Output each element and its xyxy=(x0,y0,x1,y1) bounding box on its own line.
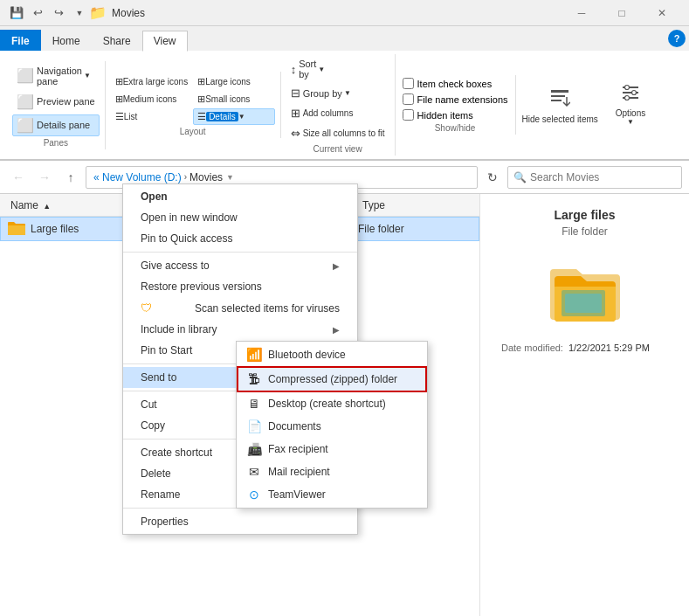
svg-rect-2 xyxy=(551,100,562,101)
submenu-documents[interactable]: 📄 Documents xyxy=(237,415,427,438)
group-by-button[interactable]: ⊟ Group by ▼ xyxy=(286,84,355,102)
layout-label: Layout xyxy=(180,127,206,138)
breadcrumb-folder[interactable]: Movies xyxy=(189,171,223,183)
qat-redo[interactable]: ↪ xyxy=(49,3,68,23)
submenu-desktop[interactable]: 🖥 Desktop (create shortcut) xyxy=(237,392,427,415)
medium-icons-button[interactable]: ⊞ Medium icons xyxy=(111,91,192,107)
sort-by-button[interactable]: ↕ Sortby ▼ xyxy=(286,56,330,82)
ctx-properties[interactable]: Properties xyxy=(123,511,357,532)
quick-access-toolbar[interactable]: 💾 ↩ ↪ ▼ xyxy=(7,3,89,23)
ctx-scan-viruses[interactable]: 🛡 Scan selected items for viruses xyxy=(123,297,357,319)
back-button[interactable]: ← xyxy=(7,166,30,189)
navigation-pane-button[interactable]: ⬜ Navigationpane ▼ xyxy=(12,63,100,89)
breadcrumb-separator: › xyxy=(184,172,187,182)
file-name-extensions-checkbox[interactable] xyxy=(403,93,414,105)
breadcrumb-dropdown-icon[interactable]: ▼ xyxy=(226,173,234,182)
add-columns-label: Add columns xyxy=(303,108,354,118)
tab-file[interactable]: File xyxy=(0,30,41,51)
extra-large-icons-button[interactable]: ⊞ Extra large icons xyxy=(111,73,192,90)
item-check-boxes-toggle[interactable]: Item check boxes xyxy=(401,77,494,90)
submenu-teamviewer[interactable]: ⊙ TeamViewer xyxy=(237,483,427,506)
details-button[interactable]: ☰ Details ▼ xyxy=(193,108,274,125)
current-view-items[interactable]: ↕ Sortby ▼ ⊟ Group by ▼ ⊞ Add columns ⇔ … xyxy=(286,54,389,144)
tab-home[interactable]: Home xyxy=(41,30,92,51)
item-check-boxes-checkbox[interactable] xyxy=(403,78,414,89)
submenu-compressed[interactable]: 🗜 Compressed (zipped) folder xyxy=(237,366,427,392)
close-button[interactable]: ✕ xyxy=(642,0,682,26)
ctx-restore-versions[interactable]: Restore previous versions xyxy=(123,276,357,297)
large-icons-label: Large icons xyxy=(205,77,251,87)
hidden-items-checkbox[interactable] xyxy=(403,109,414,121)
up-button[interactable]: ↑ xyxy=(59,166,82,189)
small-icons-button[interactable]: ⊞ Small icons xyxy=(193,91,274,107)
preview-pane-button[interactable]: ⬜ Preview pane xyxy=(12,91,100,113)
minimize-button[interactable]: ─ xyxy=(562,0,602,26)
hidden-items-toggle[interactable]: Hidden items xyxy=(401,108,475,121)
nav-pane-dropdown-icon[interactable]: ▼ xyxy=(84,72,91,80)
title-bar: 💾 ↩ ↪ ▼ 📁 Movies ─ □ ✕ xyxy=(0,0,689,26)
ctx-open[interactable]: Open xyxy=(123,186,357,207)
sort-by-label: Sortby xyxy=(299,59,316,80)
breadcrumb-drive[interactable]: « New Volume (D:) xyxy=(93,171,182,183)
add-col-icon: ⊞ xyxy=(291,107,300,120)
details-dropdown-icon[interactable]: ▼ xyxy=(238,113,245,121)
refresh-button[interactable]: ↻ xyxy=(481,166,504,189)
submenu-fax[interactable]: 📠 Fax recipient xyxy=(237,438,427,460)
qat-dropdown[interactable]: ▼ xyxy=(70,3,89,23)
ctx-give-access[interactable]: Give access to ▶ xyxy=(123,255,357,276)
medium-icons-icon: ⊞ xyxy=(115,93,123,105)
ctx-open-new-window[interactable]: Open in new window xyxy=(123,207,357,228)
bluetooth-icon: 📶 xyxy=(247,348,261,362)
submenu-bluetooth[interactable]: 📶 Bluetooth device xyxy=(237,343,427,366)
options-dropdown-icon[interactable]: ▼ xyxy=(627,118,634,126)
file-type: File folder xyxy=(358,223,472,235)
desktop-icon: 🖥 xyxy=(247,397,261,411)
documents-icon: 📄 xyxy=(247,419,261,433)
title-folder-icon: 📁 xyxy=(89,4,107,21)
file-name-extensions-toggle[interactable]: File name extensions xyxy=(401,93,510,106)
ribbon-group-options: Options ▼ xyxy=(604,76,657,134)
pane-buttons[interactable]: ⬜ Navigationpane ▼ ⬜ Preview pane ⬜ Deta… xyxy=(12,63,100,136)
sort-dropdown-icon[interactable]: ▼ xyxy=(318,66,325,73)
submenu-mail[interactable]: ✉ Mail recipient xyxy=(237,460,427,483)
large-icons-button[interactable]: ⊞ Large icons xyxy=(193,73,274,90)
col-header-type[interactable]: Type xyxy=(359,199,472,211)
ribbon-tabs[interactable]: File Home Share View ? xyxy=(0,26,689,51)
ctx-sep-1 xyxy=(123,252,357,253)
show-hide-items[interactable]: Item check boxes File name extensions Hi… xyxy=(401,75,510,123)
qat-undo[interactable]: ↩ xyxy=(28,3,47,23)
preview-date-value: 1/22/2021 5:29 PM xyxy=(568,343,650,353)
tab-view[interactable]: View xyxy=(142,31,188,52)
qat-save[interactable]: 💾 xyxy=(7,3,26,23)
ribbon-group-layout: ⊞ Extra large icons ⊞ Large icons ⊞ Medi… xyxy=(106,72,281,138)
options-icon xyxy=(620,82,641,108)
forward-button[interactable]: → xyxy=(33,166,56,189)
help-button[interactable]: ? xyxy=(668,30,686,47)
options-items[interactable]: Options ▼ xyxy=(610,76,651,132)
size-columns-button[interactable]: ⇔ Size all columns to fit xyxy=(286,124,389,142)
panes-items[interactable]: ⬜ Navigationpane ▼ ⬜ Preview pane ⬜ Deta… xyxy=(12,61,100,138)
layout-items[interactable]: ⊞ Extra large icons ⊞ Large icons ⊞ Medi… xyxy=(111,72,275,127)
hide-selected-items-button[interactable]: Hide selected items xyxy=(516,82,604,128)
col-name-label: Name xyxy=(10,199,38,211)
add-columns-button[interactable]: ⊞ Add columns xyxy=(286,104,358,122)
tab-share[interactable]: Share xyxy=(92,30,142,51)
ctx-give-access-arrow: ▶ xyxy=(333,261,340,271)
maximize-button[interactable]: □ xyxy=(602,0,642,26)
details-pane-button[interactable]: ⬜ Details pane xyxy=(12,114,100,136)
ctx-include-library[interactable]: Include in library ▶ xyxy=(123,319,357,340)
group-by-label: Group by xyxy=(303,88,342,99)
hide-selected-label: Hide selected items xyxy=(522,114,598,124)
nav-pane-label: Navigationpane xyxy=(37,66,82,87)
col-type-label: Type xyxy=(362,199,385,211)
group-dropdown-icon[interactable]: ▼ xyxy=(344,89,351,97)
list-button[interactable]: ☰ List xyxy=(111,108,192,125)
ribbon: File Home Share View ? ⬜ Navigationpane … xyxy=(0,26,689,161)
preview-pane-icon: ⬜ xyxy=(17,93,34,110)
options-button[interactable]: Options ▼ xyxy=(610,78,651,130)
window-controls[interactable]: ─ □ ✕ xyxy=(562,0,682,26)
search-bar[interactable]: 🔍 xyxy=(507,166,682,189)
ctx-pin-quick-access[interactable]: Pin to Quick access xyxy=(123,228,357,249)
search-input[interactable] xyxy=(530,171,676,183)
panes-label: Panes xyxy=(44,138,68,149)
